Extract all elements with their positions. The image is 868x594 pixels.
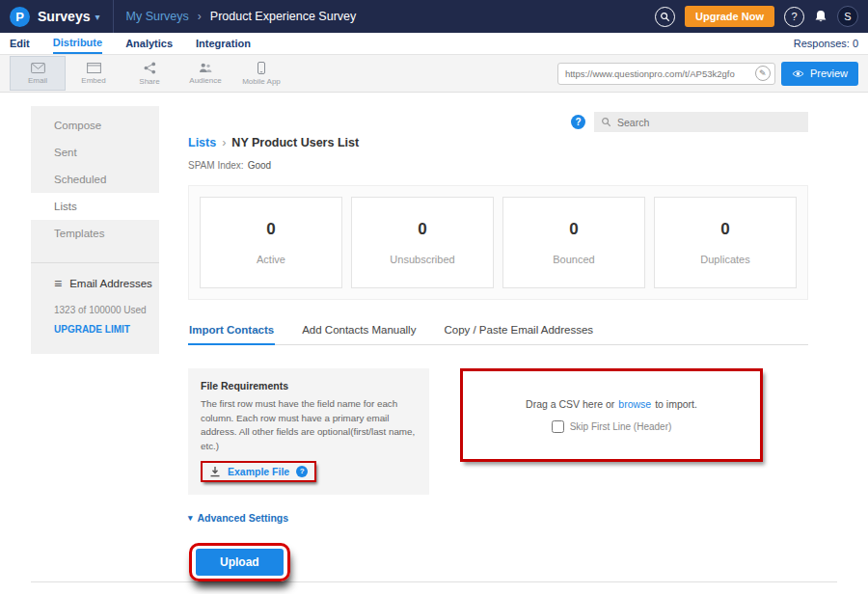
- stat-value: 0: [266, 220, 275, 239]
- breadcrumb-current-list: NY Product Users List: [231, 136, 359, 149]
- stat-card-active: 0 Active: [200, 197, 342, 288]
- upgrade-now-button[interactable]: Upgrade Now: [685, 6, 774, 27]
- drop-text-prefix: Drag a CSV here or: [526, 398, 614, 410]
- stat-label: Active: [257, 254, 285, 265]
- page-title: Product Experience Survey: [210, 10, 356, 23]
- search-icon[interactable]: [655, 7, 675, 27]
- breadcrumb-lists-link[interactable]: Lists: [188, 136, 216, 149]
- survey-url-input[interactable]: [565, 68, 755, 79]
- breadcrumb: Lists › NY Product Users List: [188, 136, 808, 149]
- stat-card-duplicates: 0 Duplicates: [654, 197, 797, 288]
- channel-embed[interactable]: Embed: [66, 56, 122, 91]
- edit-url-pencil-icon[interactable]: ✎: [755, 66, 771, 81]
- list-search-box: [594, 112, 808, 132]
- spam-index: SPAM Index: Good: [188, 160, 808, 171]
- stats-panel: 0 Active 0 Unsubscribed 0 Bounced 0 Dupl…: [188, 185, 808, 300]
- audience-icon: [199, 63, 212, 73]
- channel-mobile-app[interactable]: Mobile App: [233, 56, 289, 91]
- magnifier-glyph: [660, 12, 670, 22]
- preview-label: Preview: [810, 68, 848, 79]
- topbar-actions: Upgrade Now ? S: [655, 6, 858, 27]
- tab-analytics[interactable]: Analytics: [125, 33, 173, 54]
- channel-audience[interactable]: Audience: [177, 56, 233, 91]
- skip-first-line-checkbox[interactable]: [552, 420, 564, 433]
- email-addresses-label: Email Addresses: [69, 278, 152, 289]
- responses-count: Responses: 0: [794, 33, 858, 54]
- stat-value: 0: [720, 220, 729, 239]
- sidebar-item-sent[interactable]: Sent: [31, 139, 159, 166]
- mobile-app-icon: [258, 62, 265, 74]
- spam-index-value: Good: [248, 160, 271, 171]
- notifications-bell-icon[interactable]: [814, 10, 827, 23]
- user-avatar[interactable]: S: [837, 6, 858, 27]
- upgrade-limit-link[interactable]: UPGRADE LIMIT: [31, 315, 159, 335]
- my-surveys-link[interactable]: My Surveys: [126, 10, 189, 23]
- drop-text-suffix: to import.: [655, 398, 697, 410]
- stat-label: Unsubscribed: [390, 254, 454, 265]
- survey-url-box: ✎: [557, 63, 775, 85]
- example-file-help-icon[interactable]: ?: [296, 466, 308, 477]
- download-icon: [209, 466, 221, 477]
- caret-down-icon: ▾: [188, 513, 193, 523]
- eye-icon: [792, 69, 804, 78]
- advanced-settings-toggle[interactable]: ▾ Advanced Settings: [188, 512, 808, 524]
- lists-main-panel: ? Lists › NY Product Users List SPAM Ind…: [159, 106, 837, 581]
- tab-copy-paste-email-addresses[interactable]: Copy / Paste Email Addresses: [443, 317, 594, 344]
- channel-label: Mobile App: [242, 77, 281, 86]
- survey-nav: Edit Distribute Analytics Integration Re…: [0, 33, 868, 54]
- embed-icon: [87, 63, 101, 73]
- file-requirements-text: The first row must have the field name f…: [201, 397, 417, 454]
- tab-import-contacts[interactable]: Import Contacts: [188, 317, 275, 345]
- magnifier-icon: [601, 117, 611, 127]
- chevron-icon: ›: [222, 136, 226, 149]
- share-icon: [144, 62, 156, 74]
- stat-label: Duplicates: [700, 254, 749, 265]
- main-top-row: ?: [188, 112, 808, 132]
- content: Compose Sent Scheduled Lists Templates ≡…: [31, 106, 837, 582]
- sidebar-item-compose[interactable]: Compose: [31, 112, 159, 139]
- import-contacts-section: File Requirements The first row must hav…: [188, 368, 808, 495]
- advanced-settings-label: Advanced Settings: [198, 512, 289, 524]
- search-input[interactable]: [617, 117, 801, 128]
- channel-share[interactable]: Share: [122, 56, 177, 91]
- file-requirements-box: File Requirements The first row must hav…: [188, 368, 429, 495]
- stat-card-unsubscribed: 0 Unsubscribed: [351, 197, 494, 288]
- usage-count: 1323 of 100000 Used: [31, 291, 159, 315]
- channel-label: Audience: [189, 76, 221, 85]
- channel-label: Email: [28, 76, 47, 85]
- example-file-link[interactable]: Example File: [228, 466, 289, 477]
- tab-add-contacts-manually[interactable]: Add Contacts Manually: [301, 317, 417, 344]
- channel-email[interactable]: Email: [10, 56, 66, 91]
- preview-button[interactable]: Preview: [781, 62, 858, 86]
- file-requirements-title: File Requirements: [201, 380, 417, 392]
- help-icon-main[interactable]: ?: [571, 115, 585, 129]
- topbar: P Surveys ▾ My Surveys › Product Experie…: [0, 0, 868, 33]
- contacts-tabs: Import Contacts Add Contacts Manually Co…: [188, 317, 808, 345]
- list-icon: ≡: [54, 276, 62, 291]
- topbar-divider: [113, 0, 114, 33]
- sidebar-item-lists[interactable]: Lists: [31, 193, 159, 220]
- stat-label: Bounced: [553, 254, 594, 265]
- help-icon[interactable]: ?: [784, 7, 804, 27]
- dropzone-text: Drag a CSV here or browse to import.: [526, 398, 697, 410]
- upload-button[interactable]: Upload: [196, 549, 284, 576]
- email-icon: [31, 63, 45, 73]
- stat-card-bounced: 0 Bounced: [502, 197, 645, 288]
- tab-distribute[interactable]: Distribute: [53, 33, 102, 54]
- sidebar-item-scheduled[interactable]: Scheduled: [31, 166, 159, 193]
- email-sidebar: Compose Sent Scheduled Lists Templates ≡…: [31, 106, 159, 354]
- example-file-highlight: Example File ?: [201, 461, 316, 482]
- skip-first-line-row: Skip First Line (Header): [552, 420, 672, 433]
- product-switcher[interactable]: Surveys: [38, 9, 90, 24]
- csv-dropzone[interactable]: Drag a CSV here or browse to import. Ski…: [460, 368, 763, 462]
- email-addresses-header: ≡ Email Addresses: [31, 263, 159, 291]
- tab-edit[interactable]: Edit: [10, 33, 30, 54]
- tab-integration[interactable]: Integration: [196, 33, 251, 54]
- caret-down-icon: ▾: [95, 12, 99, 22]
- app-logo[interactable]: P: [10, 7, 30, 27]
- sidebar-item-templates[interactable]: Templates: [31, 220, 159, 247]
- skip-first-line-label: Skip First Line (Header): [570, 421, 672, 432]
- breadcrumb-separator: ›: [198, 10, 202, 23]
- channel-label: Share: [139, 77, 159, 86]
- browse-link[interactable]: browse: [618, 398, 651, 410]
